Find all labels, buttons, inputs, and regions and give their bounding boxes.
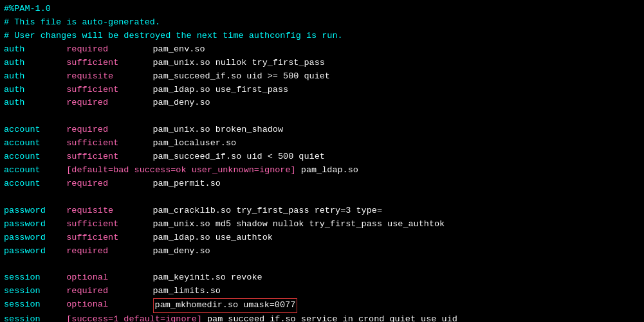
line-session-4: session [success=1 default=ignore] pam_s… (4, 313, 640, 322)
line-password-1: password requisite pam_cracklib.so try_f… (4, 204, 640, 218)
highlight-box: pam_mkhomedir.so umask=0077 (153, 298, 298, 313)
line-header-3: # User changes will be destroyed the nex… (4, 30, 640, 43)
comment-text: # This file is auto-generated. (4, 16, 160, 30)
header-text: #%PAM-1.0 (4, 3, 51, 16)
line-header-2: # This file is auto-generated. (4, 16, 640, 30)
empty-line-3 (4, 258, 640, 272)
line-auth-4: auth sufficient pam_ldap.so use_first_pa… (4, 84, 640, 97)
line-password-2: password sufficient pam_unix.so md5 shad… (4, 218, 640, 231)
comment-text-2: # User changes will be destroyed the nex… (4, 30, 343, 43)
line-account-5: account required pam_permit.so (4, 177, 640, 191)
empty-line-1 (4, 110, 640, 123)
empty-line-2 (4, 191, 640, 204)
line-auth-2: auth sufficient pam_unix.so nullok try_f… (4, 57, 640, 70)
terminal: #%PAM-1.0 # This file is auto-generated.… (0, 0, 644, 322)
line-auth-5: auth required pam_deny.so (4, 96, 640, 110)
line-session-2: session required pam_limits.so (4, 285, 640, 298)
line-password-3: password sufficient pam_ldap.so use_auth… (4, 231, 640, 245)
line-session-highlight: session optional pam_mkhomedir.so umask=… (4, 298, 640, 313)
line-session-1: session optional pam_keyinit.so revoke (4, 271, 640, 285)
line-account-3: account sufficient pam_succeed_if.so uid… (4, 150, 640, 164)
line-account-4: account [default=bad success=ok user_unk… (4, 164, 640, 177)
line-auth-1: auth required pam_env.so (4, 43, 640, 57)
line-password-4: password required pam_deny.so (4, 245, 640, 258)
line-header-1: #%PAM-1.0 (4, 3, 640, 16)
line-account-1: account required pam_unix.so broken_shad… (4, 123, 640, 137)
line-account-2: account sufficient pam_localuser.so (4, 137, 640, 150)
line-auth-3: auth requisite pam_succeed_if.so uid >= … (4, 70, 640, 84)
